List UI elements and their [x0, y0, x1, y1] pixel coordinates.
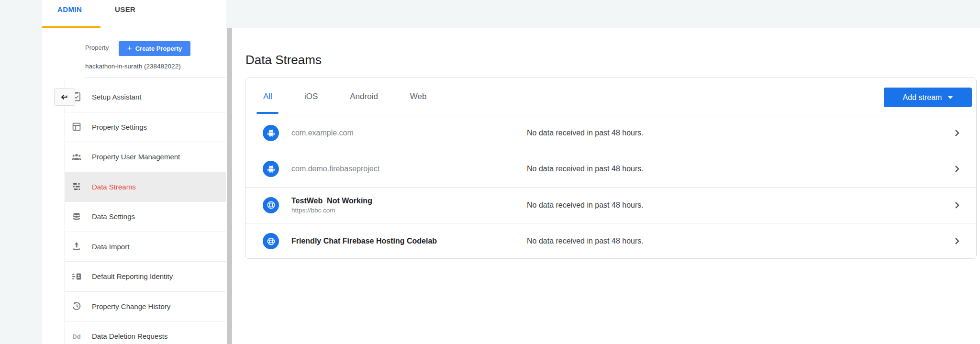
back-arrow-icon [59, 92, 70, 102]
sidebar-item-label: Setup Assistant [92, 93, 141, 101]
create-property-label: Create Property [135, 45, 182, 52]
stream-row[interactable]: Friendly Chat Firebase Hosting Codelab N… [245, 223, 976, 259]
stream-status: No data received in past 48 hours. [527, 129, 644, 137]
stream-status: No data received in past 48 hours. [527, 165, 644, 173]
people-icon [71, 151, 82, 163]
chevron-right-icon[interactable] [951, 163, 963, 175]
sidebar-item-label: Data Settings [92, 212, 135, 221]
sidebar-item-label: Property User Management [92, 153, 180, 161]
stream-row[interactable]: com.example.com No data received in past… [245, 115, 976, 151]
sidebar-item-property-settings[interactable]: Property Settings [65, 112, 226, 142]
history-icon [71, 300, 82, 312]
sidebar-scrollbar[interactable] [226, 28, 233, 344]
admin-panel: ADMIN USER Property + Create Property ha… [42, 0, 226, 344]
property-section-label: Property [85, 44, 109, 51]
stream-name: TestWeb_Not Working [291, 197, 372, 205]
stream-name: com.example.com [291, 129, 354, 137]
sidebar-item-data-settings[interactable]: Data Settings [65, 201, 226, 232]
main-content: Data Streams All iOS Android Web Add str… [233, 28, 980, 344]
stream-name: Friendly Chat Firebase Hosting Codelab [291, 237, 437, 245]
card-header: All iOS Android Web Add stream [245, 78, 976, 115]
filter-tab-ios[interactable]: iOS [303, 78, 319, 115]
sidebar-item-label: Property Settings [92, 123, 147, 131]
sidebar-item-setup-assistant[interactable]: Setup Assistant [65, 82, 226, 112]
globe-icon [263, 233, 279, 249]
sidebar-item-label: Data Import [92, 243, 129, 251]
stream-status: No data received in past 48 hours. [527, 237, 644, 245]
sidebar-item-label: Data Streams [92, 183, 136, 191]
add-stream-button[interactable]: Add stream [884, 88, 972, 107]
chevron-right-icon[interactable] [951, 235, 963, 247]
collapse-panel-button[interactable] [54, 88, 75, 106]
sidebar-item-property-change-history[interactable]: Property Change History [65, 291, 226, 322]
sidebar-item-default-reporting-identity[interactable]: Default Reporting Identity [65, 261, 226, 291]
page-title: Data Streams [245, 53, 322, 67]
filter-tab-all[interactable]: All [262, 78, 273, 115]
caret-down-icon [948, 96, 953, 99]
create-property-button[interactable]: + Create Property [119, 41, 190, 56]
chevron-right-icon[interactable] [951, 200, 963, 211]
stream-status: No data received in past 48 hours. [527, 201, 644, 210]
chevron-right-icon[interactable] [951, 127, 963, 139]
selected-property-name[interactable]: hackathon-in-surath (238482022) [85, 63, 181, 70]
android-icon [263, 125, 279, 141]
divider [85, 78, 226, 78]
stream-name: com.demo.firebaseproject [291, 165, 379, 173]
upload-icon [71, 241, 82, 252]
data-streams-card: All iOS Android Web Add stream [245, 78, 977, 259]
window-layout-icon [71, 121, 82, 133]
sidebar-item-data-deletion-requests[interactable]: Dd Data Deletion Requests [65, 321, 226, 344]
scrollbar-thumb[interactable] [227, 28, 232, 344]
add-stream-label: Add stream [903, 93, 942, 102]
svg-text:Dd: Dd [72, 333, 80, 340]
data-streams-icon [71, 181, 82, 192]
sidebar-item-data-import[interactable]: Data Import [65, 232, 226, 262]
filter-tab-android[interactable]: Android [349, 78, 379, 115]
globe-icon [263, 197, 279, 213]
stream-filter-tabs: All iOS Android Web [262, 78, 428, 115]
identity-card-icon [71, 271, 82, 282]
sidebar-item-label: Property Change History [92, 302, 170, 311]
panel-divider [65, 81, 65, 344]
dd-letters-icon: Dd [71, 331, 82, 342]
database-icon [71, 211, 82, 222]
sidebar-item-property-user-management[interactable]: Property User Management [65, 142, 226, 172]
tab-user[interactable]: USER [115, 5, 135, 13]
active-tab-underline [42, 26, 100, 28]
sidebar-item-label: Data Deletion Requests [92, 332, 167, 340]
tab-admin[interactable]: ADMIN [57, 5, 82, 13]
sidebar-item-data-streams[interactable]: Data Streams [65, 172, 226, 202]
stream-url: https://bbc.com [291, 207, 372, 214]
stream-row[interactable]: TestWeb_Not Working https://bbc.com No d… [245, 188, 976, 223]
sidebar-item-label: Default Reporting Identity [92, 272, 173, 280]
plus-icon: + [127, 44, 132, 52]
analytics-admin-page: ADMIN USER Property + Create Property ha… [0, 0, 980, 344]
filter-tab-web[interactable]: Web [409, 78, 428, 115]
stream-row[interactable]: com.demo.firebaseproject No data receive… [245, 151, 976, 187]
property-menu: Setup Assistant Property Settings [65, 82, 226, 344]
android-icon [263, 161, 279, 177]
